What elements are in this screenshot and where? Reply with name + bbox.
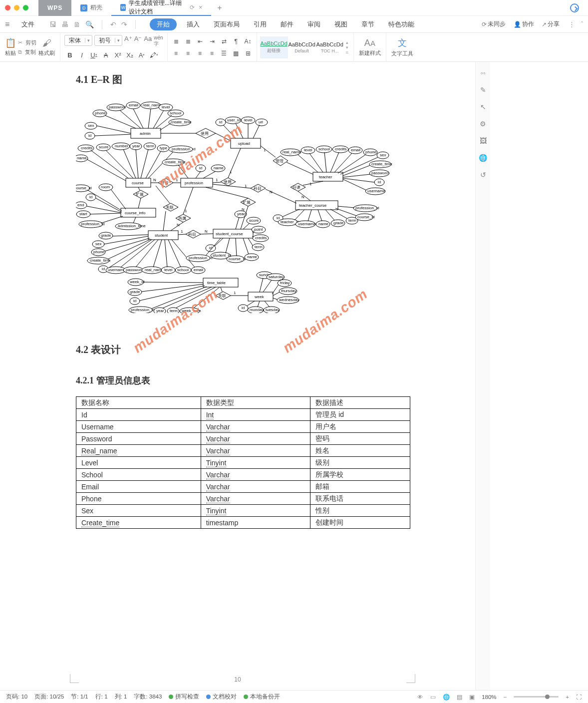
- style-scroll-up[interactable]: ▴: [346, 40, 348, 45]
- phonetic-guide-icon[interactable]: wén字: [154, 35, 163, 47]
- view-read-icon[interactable]: ▣: [469, 694, 475, 701]
- menu-special[interactable]: 特色功能: [381, 16, 421, 32]
- decrease-indent-button[interactable]: ⇤: [195, 36, 206, 47]
- minimize-window[interactable]: [14, 5, 19, 10]
- decrease-font-icon[interactable]: A⁻: [134, 35, 142, 47]
- save-icon[interactable]: 🖫: [49, 20, 56, 28]
- redo-icon[interactable]: ↷: [121, 20, 127, 28]
- style-default[interactable]: AaBbCcDdDefault: [288, 36, 316, 58]
- paste-button[interactable]: 📋 粘贴: [3, 37, 18, 57]
- style-expand[interactable]: ≡: [346, 50, 348, 55]
- zoom-in-button[interactable]: +: [566, 694, 569, 700]
- translate-icon[interactable]: 🌐: [479, 154, 487, 162]
- collab-button[interactable]: 👤协作: [514, 20, 534, 28]
- cloud-sync-icon[interactable]: [570, 3, 579, 12]
- status-words[interactable]: 字数: 3843: [134, 693, 162, 701]
- menu-references[interactable]: 引用: [247, 16, 274, 32]
- underline-button[interactable]: U▾: [88, 49, 99, 60]
- tab-current-document[interactable]: W 学生成绩管理...详细设计文档 ⟳ ×: [111, 0, 211, 16]
- align-justify-button[interactable]: ≡: [207, 48, 218, 59]
- tab-daoke[interactable]: D 稻壳: [71, 0, 111, 16]
- style-gallery[interactable]: AaBbCcDd超链接 AaBbCcDdDefault AaBbCcDdTOC …: [260, 36, 344, 58]
- status-proofing[interactable]: 文档校对: [206, 693, 237, 701]
- increase-indent-button[interactable]: ⇥: [207, 36, 218, 47]
- new-style-button[interactable]: AA新建样式: [357, 38, 383, 57]
- maximize-window[interactable]: [23, 5, 28, 10]
- close-window[interactable]: [5, 5, 10, 10]
- align-right-button[interactable]: ≡: [195, 48, 206, 59]
- tab-button[interactable]: ⇄: [219, 36, 230, 47]
- cut-button[interactable]: ✂剪切: [18, 39, 36, 46]
- zoom-knob[interactable]: [545, 695, 550, 699]
- subscript-button[interactable]: X₂: [124, 49, 135, 60]
- close-tab-icon[interactable]: ×: [199, 4, 202, 11]
- view-outline-icon[interactable]: ▤: [457, 694, 462, 701]
- print-icon[interactable]: 🖶: [61, 20, 68, 28]
- menu-view[interactable]: 视图: [327, 16, 354, 32]
- preview-icon[interactable]: 🔍: [85, 20, 94, 28]
- menu-chapter[interactable]: 章节: [354, 16, 381, 32]
- show-marks-button[interactable]: ¶: [231, 36, 242, 47]
- print-preview-icon[interactable]: 🗎: [73, 20, 80, 28]
- align-left-button[interactable]: ≡: [171, 48, 182, 59]
- superscript-button[interactable]: X²: [112, 49, 123, 60]
- view-eye-icon[interactable]: 👁: [417, 694, 423, 700]
- borders-button[interactable]: ⊞: [243, 48, 254, 59]
- collapse-side-icon[interactable]: ◦◦: [481, 69, 486, 77]
- change-case-icon[interactable]: Aa: [144, 35, 152, 47]
- share-button[interactable]: ↗分享: [542, 20, 560, 28]
- align-center-button[interactable]: ≡: [183, 48, 194, 59]
- tab-wps-home[interactable]: WPS: [38, 0, 71, 16]
- strikethrough-button[interactable]: A: [100, 49, 111, 60]
- font-family-select[interactable]: 宋体▾: [64, 35, 92, 46]
- fullscreen-icon[interactable]: ⛶: [576, 694, 582, 700]
- format-painter-button[interactable]: 🖌 格式刷: [36, 38, 57, 57]
- settings-icon[interactable]: ⚙: [480, 120, 486, 128]
- text-effects-button[interactable]: A▾: [136, 49, 147, 60]
- collapse-ribbon-icon[interactable]: ˆ: [581, 20, 583, 28]
- zoom-level[interactable]: 180%: [482, 694, 496, 700]
- bullet-list-button[interactable]: ≣: [171, 36, 182, 47]
- number-list-button[interactable]: ≣: [183, 36, 194, 47]
- svg-line-110: [101, 216, 123, 223]
- history-icon[interactable]: ↺: [480, 171, 486, 179]
- highlight-button[interactable]: 🖍▾: [148, 49, 159, 60]
- more-icon[interactable]: ⋮: [569, 20, 575, 28]
- text-tools-button[interactable]: 文文字工具: [389, 37, 415, 57]
- view-web-icon[interactable]: 🌐: [443, 694, 450, 701]
- view-page-icon[interactable]: ▭: [430, 694, 436, 701]
- undo-icon[interactable]: ↶: [110, 20, 116, 28]
- svg-line-336: [247, 301, 255, 306]
- status-pages[interactable]: 页面: 10/25: [34, 693, 64, 701]
- table-row: LevelTinyint级别: [76, 457, 410, 469]
- bold-button[interactable]: B: [64, 49, 75, 60]
- line-spacing-button[interactable]: ☰: [219, 48, 230, 59]
- style-toc-h[interactable]: AaBbCcDdTOC H...: [316, 36, 344, 58]
- select-tool-icon[interactable]: ↖: [480, 103, 486, 111]
- new-tab-button[interactable]: +: [211, 3, 228, 12]
- zoom-out-button[interactable]: −: [504, 694, 507, 700]
- image-tool-icon[interactable]: 🖾: [480, 137, 487, 145]
- font-size-select[interactable]: 初号▾: [94, 35, 122, 46]
- document-page[interactable]: 4.1 E–R 图 admin sex phone password email…: [0, 62, 475, 690]
- zoom-slider[interactable]: [514, 696, 559, 698]
- edit-tool-icon[interactable]: ✎: [480, 86, 486, 94]
- copy-button[interactable]: ⧉复制: [18, 48, 36, 56]
- menu-insert[interactable]: 插入: [180, 16, 207, 32]
- style-scroll-down[interactable]: ▾: [346, 45, 348, 50]
- sync-status[interactable]: ⟳未同步: [482, 20, 506, 28]
- status-backup[interactable]: 本地备份开: [244, 693, 280, 701]
- increase-font-icon[interactable]: A⁺: [124, 35, 132, 47]
- italic-button[interactable]: I: [76, 49, 87, 60]
- menu-mail[interactable]: 邮件: [274, 16, 300, 32]
- menu-review[interactable]: 审阅: [300, 16, 327, 32]
- menu-file[interactable]: 文件: [14, 16, 41, 32]
- app-menu-icon[interactable]: ≡: [5, 20, 9, 29]
- style-hyperlink[interactable]: AaBbCcDd超链接: [260, 36, 288, 58]
- text-direction-button[interactable]: A↕: [243, 36, 254, 47]
- status-pageno[interactable]: 页码: 10: [6, 693, 27, 701]
- menu-start[interactable]: 开始: [150, 18, 177, 30]
- shading-button[interactable]: ▦: [231, 48, 242, 59]
- status-spellcheck[interactable]: 拼写检查: [169, 693, 199, 701]
- menu-page-layout[interactable]: 页面布局: [207, 16, 247, 32]
